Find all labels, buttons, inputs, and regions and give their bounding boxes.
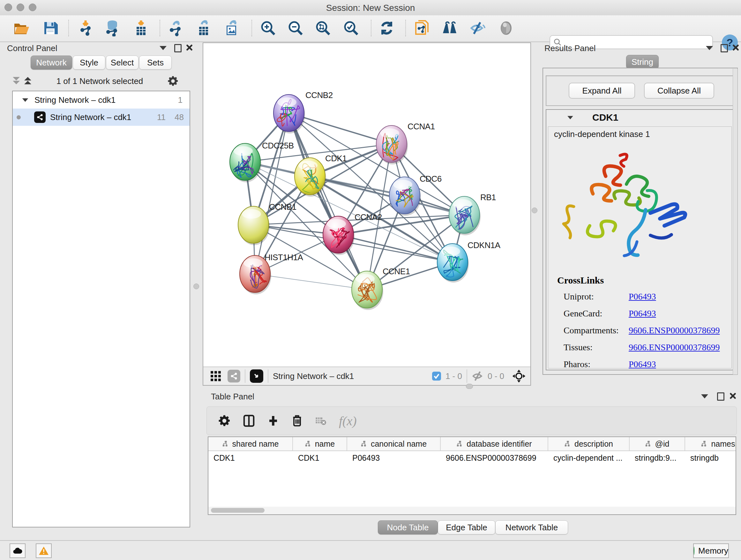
tab-network[interactable]: Network xyxy=(30,56,72,70)
panel-menu-icon[interactable] xyxy=(159,46,166,50)
network-node-CCNA1[interactable] xyxy=(376,125,408,165)
hide-selected-button[interactable] xyxy=(469,18,486,38)
results-vertical-scrollbar[interactable] xyxy=(733,69,738,374)
collapse-all-button[interactable]: Collapse All xyxy=(644,83,714,99)
string-tools-icon[interactable] xyxy=(227,370,240,382)
node-label-CCNE1: CCNE1 xyxy=(383,266,410,276)
grid-view-icon[interactable] xyxy=(210,370,222,382)
tab-node-table[interactable]: Node Table xyxy=(378,520,438,535)
import-table-button[interactable] xyxy=(132,18,150,38)
cloud-button[interactable] xyxy=(10,543,25,558)
clone-network-button[interactable] xyxy=(413,18,430,38)
close-panel-icon[interactable] xyxy=(186,44,193,51)
close-panel-icon[interactable] xyxy=(729,392,736,399)
scrollbar-thumb[interactable] xyxy=(211,508,265,513)
memory-button[interactable]: Memory xyxy=(693,543,729,558)
zoom-fit-button[interactable] xyxy=(314,18,332,38)
column-header-namespace[interactable]: namespace xyxy=(685,437,736,450)
network-row-selected[interactable]: String Network – cdk1 11 48 xyxy=(13,109,190,126)
show-columns-icon[interactable] xyxy=(243,415,255,427)
tab-style[interactable]: Style xyxy=(73,56,105,70)
float-panel-icon[interactable] xyxy=(174,44,182,52)
tab-network-table[interactable]: Network Table xyxy=(495,520,568,535)
expand-all-tree-icon[interactable] xyxy=(23,76,32,86)
crosslink-link[interactable]: 9606.ENSP00000378699 xyxy=(629,342,720,353)
tab-string[interactable]: String xyxy=(626,55,659,69)
table-row[interactable]: CDK1CDK1P064939606.ENSP00000378699cyclin… xyxy=(208,451,736,464)
navigate-crosshair-icon[interactable] xyxy=(512,369,526,383)
network-node-CDC6[interactable] xyxy=(389,177,421,216)
cell-description[interactable]: cyclin-dependent ... xyxy=(548,451,630,464)
tab-edge-table[interactable]: Edge Table xyxy=(438,520,495,535)
zoom-in-button[interactable] xyxy=(259,18,277,38)
network-node-CCNA2[interactable] xyxy=(323,216,354,255)
column-header-canonical-name[interactable]: canonical name xyxy=(347,437,441,450)
save-session-button[interactable] xyxy=(42,18,59,38)
left-splitter-handle[interactable] xyxy=(193,284,199,289)
collapse-all-tree-icon[interactable] xyxy=(12,76,20,86)
column-type-icon xyxy=(564,440,571,447)
network-node-CDKN1A[interactable] xyxy=(437,244,469,283)
crosslink-link[interactable]: P06493 xyxy=(629,292,656,302)
cell-name[interactable]: CDK1 xyxy=(293,451,347,464)
crosslink-link[interactable]: P06493 xyxy=(629,359,656,369)
cell-database-identifier[interactable]: 9606.ENSP00000378699 xyxy=(441,451,548,464)
zoom-selected-button[interactable] xyxy=(342,18,360,38)
delete-column-icon[interactable] xyxy=(292,415,302,427)
network-node-CDC25B[interactable] xyxy=(230,143,261,182)
network-node-CCNB2[interactable] xyxy=(273,95,305,133)
import-network-database-button[interactable] xyxy=(104,18,121,38)
cell-canonical-name[interactable]: P06493 xyxy=(347,451,441,464)
tab-select[interactable]: Select xyxy=(106,56,138,70)
close-panel-icon[interactable] xyxy=(732,44,739,51)
column-header-database-identifier[interactable]: database identifier xyxy=(441,437,548,450)
cell-@id[interactable]: stringdb:9... xyxy=(630,451,685,464)
birds-eye-view-icon[interactable] xyxy=(250,369,263,383)
warnings-button[interactable] xyxy=(36,543,52,558)
panel-menu-icon[interactable] xyxy=(706,46,713,50)
right-splitter-handle[interactable] xyxy=(532,207,537,213)
open-session-button[interactable] xyxy=(13,18,30,38)
cell-shared-name[interactable]: CDK1 xyxy=(208,451,293,464)
table-options-gear-icon[interactable] xyxy=(218,415,230,427)
export-network-button[interactable] xyxy=(167,18,184,38)
column-header-description[interactable]: description xyxy=(548,437,630,450)
network-canvas[interactable]: CCNB2CCNA1CDC25BCDK1CDC6RB1CCNB1CCNA2CDK… xyxy=(203,43,530,367)
network-edge-CCNB2-CCNE1[interactable] xyxy=(289,113,367,290)
network-edge-CCNB2-HIST1H1A[interactable] xyxy=(255,113,289,274)
network-node-CCNB1[interactable] xyxy=(238,206,270,245)
zoom-out-button[interactable] xyxy=(287,18,304,38)
gene-section-header[interactable]: CDK1 xyxy=(546,110,733,125)
column-header-shared-name[interactable]: shared name xyxy=(208,437,293,450)
float-panel-icon[interactable] xyxy=(717,392,724,401)
add-column-icon[interactable] xyxy=(267,415,279,427)
network-node-CDK1[interactable] xyxy=(294,158,326,197)
export-table-button[interactable] xyxy=(195,18,212,38)
column-header-name[interactable]: name xyxy=(293,437,347,450)
network-node-CCNE1[interactable] xyxy=(352,271,383,310)
refresh-button[interactable] xyxy=(378,18,395,38)
column-header-@id[interactable]: @id xyxy=(630,437,685,450)
export-image-button[interactable] xyxy=(223,18,240,38)
hidden-items-eye-slash-icon[interactable] xyxy=(472,371,484,381)
node-label-CCNA2: CCNA2 xyxy=(354,212,382,222)
crosslink-link[interactable]: P06493 xyxy=(629,308,656,319)
cell-namespace[interactable]: stringdb xyxy=(685,451,736,464)
crosslink-link[interactable]: 9606.ENSP00000378699 xyxy=(629,325,720,335)
network-node-RB1[interactable] xyxy=(449,196,481,235)
table-horizontal-scrollbar[interactable] xyxy=(208,507,736,514)
binoculars-button[interactable] xyxy=(441,18,459,38)
float-panel-icon[interactable] xyxy=(721,44,728,52)
network-collection-row[interactable]: String Network – cdk1 1 xyxy=(13,91,190,109)
collection-expander-icon[interactable] xyxy=(22,98,28,102)
selected-nodes-checkbox-icon[interactable] xyxy=(431,371,442,381)
expand-all-button[interactable]: Expand All xyxy=(569,83,635,99)
show-graphics-details-button[interactable] xyxy=(497,18,515,38)
gene-expander-icon[interactable] xyxy=(567,116,573,119)
string-network-icon xyxy=(34,111,46,123)
import-network-file-button[interactable] xyxy=(77,18,94,38)
tab-sets[interactable]: Sets xyxy=(139,56,172,70)
network-edge-CCNE1-HIST1H1A[interactable] xyxy=(255,274,367,290)
network-options-gear-icon[interactable] xyxy=(167,76,179,86)
panel-menu-icon[interactable] xyxy=(701,394,708,398)
